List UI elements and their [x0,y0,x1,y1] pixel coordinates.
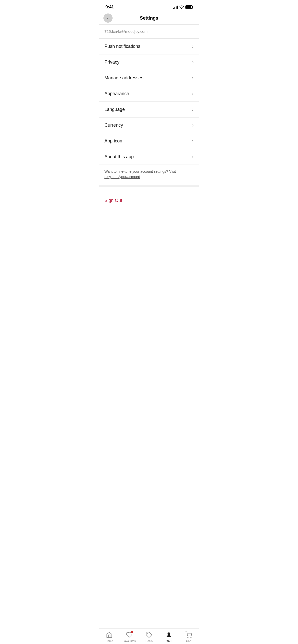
settings-item-currency[interactable]: Currency › [99,118,199,133]
sign-out-button[interactable]: Sign Out [104,198,122,203]
back-chevron-icon: ‹ [107,16,109,20]
battery-icon [185,5,193,9]
settings-item-appearance[interactable]: Appearance › [99,86,199,102]
back-button[interactable]: ‹ [103,13,113,23]
account-email: 725dca4a@moodjoy.com [104,29,147,34]
settings-item-app-icon[interactable]: App icon › [99,133,199,149]
page-title: Settings [140,15,158,21]
chevron-right-icon: › [192,60,194,65]
settings-item-label: Privacy [104,60,119,65]
wifi-icon [179,5,184,9]
chevron-right-icon: › [192,123,194,128]
section-divider [99,185,199,192]
settings-item-label: Language [104,107,125,112]
fine-tune-prefix: Want to fine-tune your account settings?… [104,169,176,173]
sign-out-section: Sign Out [99,192,199,209]
settings-item-push-notifications[interactable]: Push notifications › [99,39,199,54]
settings-item-label: Appearance [104,91,129,96]
settings-item-language[interactable]: Language › [99,102,199,118]
chevron-right-icon: › [192,91,194,96]
chevron-right-icon: › [192,75,194,81]
settings-item-label: App icon [104,138,122,144]
settings-item-label: Currency [104,123,123,128]
status-icons [173,5,193,9]
fine-tune-section: Want to fine-tune your account settings?… [99,165,199,185]
settings-item-label: About this app [104,154,134,159]
settings-item-privacy[interactable]: Privacy › [99,54,199,70]
settings-list: 725dca4a@moodjoy.com Push notifications … [99,25,199,185]
signal-icon [173,5,178,9]
fine-tune-link[interactable]: etsy.com/your/account [104,175,140,179]
settings-item-label: Push notifications [104,44,140,49]
chevron-right-icon: › [192,138,194,144]
settings-item-label: Manage addresses [104,75,143,81]
nav-header: ‹ Settings [99,13,199,25]
chevron-right-icon: › [192,44,194,49]
chevron-right-icon: › [192,154,194,159]
status-bar: 9:41 [99,0,199,13]
email-row: 725dca4a@moodjoy.com [99,25,199,39]
chevron-right-icon: › [192,107,194,112]
content-spacer [99,209,199,265]
status-time: 9:41 [105,5,114,10]
settings-item-manage-addresses[interactable]: Manage addresses › [99,70,199,86]
settings-item-about-this-app[interactable]: About this app › [99,149,199,165]
